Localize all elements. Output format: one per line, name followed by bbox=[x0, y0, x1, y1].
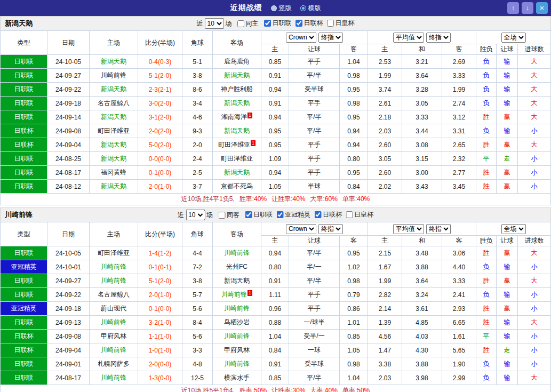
team-name: 新潟天鹅 bbox=[5, 19, 33, 28]
odds-handicap-cell: 半/一 bbox=[289, 260, 340, 274]
home-team-cell: 川崎前锋 bbox=[90, 69, 138, 83]
competition-checkbox-input[interactable] bbox=[314, 211, 321, 218]
away-team-cell: 神户胜利船 bbox=[213, 83, 261, 97]
home-team-name: 名古屋鲸八 bbox=[98, 99, 130, 107]
col-type: 类型 bbox=[1, 31, 47, 55]
summary-stat-label: 大率: bbox=[310, 195, 325, 203]
league-cell: 日职联 bbox=[1, 288, 47, 302]
competition-checkbox[interactable]: 日职联 bbox=[245, 210, 273, 219]
match-count-select[interactable]: 10 bbox=[186, 210, 205, 220]
col-date: 日期 bbox=[47, 31, 90, 55]
match-row: 日联杯24-09-08甲府风林1-1(1-0)5-6川崎前锋1.04受半/一0.… bbox=[1, 330, 551, 343]
competition-checkbox[interactable]: 日联杯 bbox=[296, 19, 323, 28]
result-winlose-cell: 平 bbox=[476, 152, 497, 166]
home-team-name: 新潟天鹅 bbox=[101, 58, 126, 65]
result-goals-cell: 大 bbox=[518, 83, 551, 97]
avg-away-cell: 3.31 bbox=[442, 124, 476, 138]
competition-checkbox-input[interactable] bbox=[346, 211, 353, 218]
competition-checkbox-input[interactable] bbox=[327, 20, 334, 27]
same-venue-checkbox[interactable]: 同主 bbox=[237, 19, 259, 28]
competition-checkbox-input[interactable] bbox=[276, 211, 283, 218]
col-avg-away: 客 bbox=[442, 236, 476, 246]
col-result: 胜负 bbox=[476, 44, 497, 55]
competition-checkbox[interactable]: 日皇杯 bbox=[346, 210, 373, 219]
competition-checkbox[interactable]: 日职联 bbox=[264, 19, 292, 28]
avg-draw-cell: 3.21 bbox=[402, 55, 442, 69]
date-cell: 24-09-27 bbox=[47, 274, 90, 288]
home-team-cell: 新潟天鹅 bbox=[90, 152, 138, 166]
result-handicap-cell: 输 bbox=[497, 316, 518, 330]
avg-home-cell: 3.05 bbox=[368, 152, 402, 166]
match-count-select[interactable]: 10 bbox=[205, 18, 224, 29]
date-cell: 24-10-01 bbox=[47, 260, 90, 274]
odds-source-select[interactable]: Crown bbox=[286, 224, 316, 234]
corner-cell: 3-4 bbox=[182, 97, 213, 110]
date-cell: 24-09-27 bbox=[47, 69, 90, 83]
same-venue-checkbox-input[interactable] bbox=[237, 20, 244, 27]
odds-away-cell: 0.84 bbox=[340, 180, 368, 194]
league-cell: 日职联 bbox=[1, 55, 47, 69]
corner-cell: 4-8 bbox=[182, 357, 213, 371]
scope-select[interactable]: 全场 bbox=[501, 33, 526, 43]
match-row: 日职联24-09-27川崎前锋5-1(2-0)3-8新潟天鹅0.91平/半0.9… bbox=[1, 274, 551, 288]
avg-time-select[interactable]: 终指 bbox=[426, 33, 451, 43]
odds-time-select[interactable]: 终指 bbox=[318, 33, 343, 43]
summary-stat-label: 让胜率: bbox=[271, 387, 292, 392]
competition-checkbox-input[interactable] bbox=[245, 211, 252, 218]
scope-select[interactable]: 全场 bbox=[501, 224, 526, 234]
result-handicap-cell: 输 bbox=[497, 69, 518, 83]
team-bar: 川崎前锋 近 10 场 同客 日职联亚冠精英日联杯日皇杯 bbox=[0, 207, 551, 222]
odds-away-cell: 1.01 bbox=[340, 316, 368, 330]
odds-home-cell: 0.80 bbox=[261, 260, 289, 274]
result-winlose-cell: 胜 bbox=[476, 343, 497, 357]
competition-checkbox[interactable]: 日联杯 bbox=[314, 210, 342, 219]
red-card-badge: 1 bbox=[247, 113, 252, 118]
summary-stat-value: 30% bbox=[292, 387, 305, 392]
competition-checkbox[interactable]: 亚冠精英 bbox=[276, 210, 310, 219]
summary-stat-value: 40% bbox=[292, 195, 305, 203]
result-goals-cell: 大 bbox=[518, 55, 551, 69]
competition-checkbox-input[interactable] bbox=[296, 20, 302, 27]
score-cell: 5-1(2-0) bbox=[138, 274, 182, 288]
competition-checkbox-input[interactable] bbox=[264, 20, 271, 27]
result-goals-cell: 大 bbox=[518, 138, 551, 152]
competition-label: 日联杯 bbox=[323, 210, 342, 219]
same-venue-checkbox-input[interactable] bbox=[218, 212, 225, 219]
competition-checkbox[interactable]: 日皇杯 bbox=[327, 19, 355, 28]
avg-away-cell: 3.06 bbox=[442, 246, 476, 260]
layout-vertical-option[interactable]: 竖版 bbox=[271, 4, 292, 13]
close-button[interactable]: × bbox=[536, 2, 548, 14]
avg-draw-cell: 3.05 bbox=[402, 97, 442, 110]
match-row: 日职联24-08-12新潟天鹅2-0(1-0)3-7京都不死鸟1.05半球0.8… bbox=[1, 180, 551, 194]
odds-handicap-cell: 平/半 bbox=[289, 371, 340, 385]
avg-draw-cell: 3.08 bbox=[402, 138, 442, 152]
odds-source-select[interactable]: Crown bbox=[286, 33, 316, 43]
home-team-name: 新潟天鹅 bbox=[101, 113, 126, 121]
col-handicap-result: 让球 bbox=[497, 236, 518, 246]
avg-away-cell: 2.69 bbox=[442, 55, 476, 69]
move-up-button[interactable]: ↑ bbox=[507, 2, 519, 14]
away-team-name: 京都不死鸟 bbox=[221, 182, 253, 190]
same-venue-checkbox[interactable]: 同客 bbox=[218, 211, 239, 220]
avg-source-select[interactable]: 平均值 bbox=[393, 33, 424, 43]
avg-time-select[interactable]: 终指 bbox=[426, 224, 451, 234]
result-handicap-cell: 输 bbox=[497, 260, 518, 274]
avg-home-cell: 2.03 bbox=[368, 124, 402, 138]
odds-time-select[interactable]: 终指 bbox=[318, 224, 343, 234]
corner-cell: 5-1 bbox=[182, 55, 213, 69]
move-down-button[interactable]: ↓ bbox=[522, 2, 533, 14]
date-cell: 24-09-22 bbox=[47, 83, 90, 97]
result-goals-cell: 小 bbox=[518, 357, 551, 371]
date-cell: 24-09-18 bbox=[47, 302, 90, 316]
odds-away-cell: 1.04 bbox=[340, 55, 368, 69]
layout-horizontal-option[interactable]: 横版 bbox=[300, 4, 321, 13]
odds-handicap-cell: 平手 bbox=[289, 166, 340, 180]
avg-away-cell: 2.65 bbox=[442, 138, 476, 152]
avg-draw-cell: 3.88 bbox=[402, 260, 442, 274]
away-team-name: 新潟天鹅 bbox=[224, 169, 250, 176]
corner-cell: 2-0 bbox=[182, 138, 213, 152]
match-row: 日职联24-08-17福冈黄蜂0-1(0-0)2-5新潟天鹅0.94平手0.95… bbox=[1, 166, 551, 180]
result-winlose-cell: 胜 bbox=[476, 138, 497, 152]
league-cell: 日职联 bbox=[1, 83, 47, 97]
avg-source-select[interactable]: 平均值 bbox=[393, 224, 424, 234]
